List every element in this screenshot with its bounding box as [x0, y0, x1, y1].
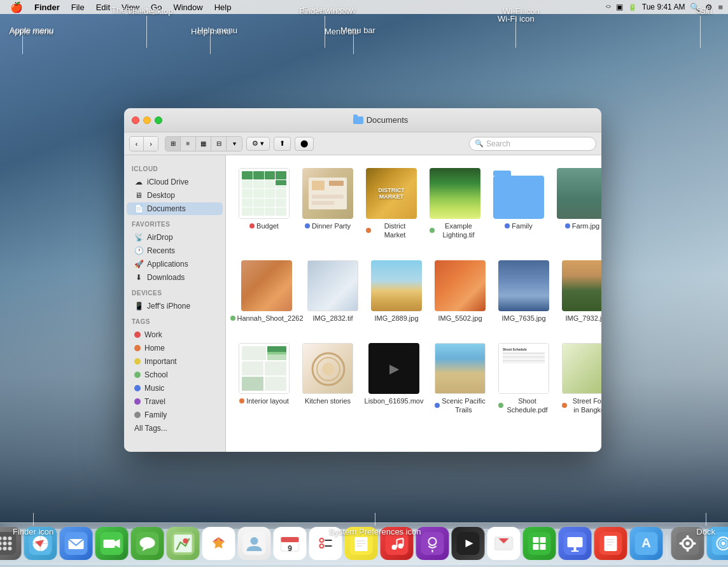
close-button[interactable]	[132, 116, 139, 124]
file-dot-district	[366, 228, 371, 233]
back-button[interactable]: ‹	[130, 137, 144, 151]
file-item-lighting[interactable]: Example Lighting.tif	[427, 165, 483, 242]
file-label-dinner: Dinner Party	[305, 221, 351, 230]
file-item-img7932[interactable]: IMG_7932.jpg	[559, 258, 601, 325]
control-center-icon[interactable]: ≡	[718, 3, 723, 12]
dock-item-keynote[interactable]	[559, 527, 592, 560]
file-item-interior[interactable]: Interior layout	[236, 340, 292, 417]
file-item-streetfood[interactable]: Street Food in Bangkok	[559, 340, 601, 417]
svg-rect-91	[693, 542, 696, 545]
forward-button[interactable]: ›	[144, 137, 158, 151]
minimize-button[interactable]	[143, 116, 151, 124]
svg-rect-71	[540, 537, 546, 543]
siri-icon[interactable]: ⚙	[705, 3, 713, 12]
file-item-img7635[interactable]: IMG_7635.jpg	[496, 258, 552, 325]
file-thumb-scenic	[435, 343, 486, 394]
list-view-button[interactable]: ≡	[181, 137, 196, 151]
spotlight-icon[interactable]: 🔍	[690, 3, 700, 12]
dock-item-maps[interactable]	[167, 527, 200, 560]
file-item-budget[interactable]: Budget	[236, 165, 292, 242]
file-item-district-market[interactable]: DISTRICT MARKET District Market	[363, 165, 419, 242]
go-menu-item[interactable]: Go	[146, 1, 167, 13]
sidebar-item-tag-school[interactable]: School	[127, 368, 223, 381]
apple-menu[interactable]: 🍎	[5, 0, 28, 15]
dock-item-appstore[interactable]: A	[630, 527, 663, 560]
icon-view-button[interactable]: ⊞	[165, 137, 181, 151]
file-item-lisbon[interactable]: Lisbon_61695.mov	[363, 340, 424, 417]
dock-item-calendar[interactable]: 9	[274, 527, 307, 560]
dock-item-photos[interactable]	[202, 527, 235, 560]
window-menu-item[interactable]: Window	[168, 1, 207, 13]
file-item-dinner-party[interactable]: Dinner Party	[300, 165, 356, 242]
file-item-schedule[interactable]: Shoot Schedule Shoot Schedule.pdf	[496, 340, 552, 417]
file-item-scenic[interactable]: Scenic Pacific Trails	[432, 340, 488, 417]
file-item-hannah[interactable]: Hannah_Shoot_2262	[236, 258, 297, 325]
dock-item-podcasts[interactable]	[416, 527, 449, 560]
dock-item-messages[interactable]	[131, 527, 164, 560]
column-view-button[interactable]: ▦	[196, 137, 211, 151]
dock-item-facetime[interactable]	[95, 527, 129, 560]
dock-item-news[interactable]	[487, 527, 521, 560]
wifi-icon[interactable]: ⌔	[606, 3, 611, 12]
sidebar-item-desktop[interactable]: 🖥 Desktop	[127, 189, 223, 202]
file-item-img2832[interactable]: IMG_2832.tif	[305, 258, 361, 325]
sidebar-item-icloud-drive[interactable]: ☁ iCloud Drive	[127, 176, 223, 188]
sidebar-item-all-tags[interactable]: All Tags...	[127, 422, 223, 435]
edit-menu-item[interactable]: Edit	[91, 1, 115, 13]
thumb-schedule-img: Shoot Schedule	[498, 343, 549, 394]
file-item-img5502[interactable]: IMG_5502.jpg	[432, 258, 488, 325]
action-button[interactable]: ⚙ ▾	[246, 137, 270, 151]
dock-item-safari[interactable]	[24, 527, 57, 560]
sidebar-item-tag-family[interactable]: Family	[127, 409, 223, 421]
tag-button[interactable]: ⬤	[295, 137, 314, 151]
dock-item-pages[interactable]	[594, 527, 627, 560]
sidebar-item-tag-work[interactable]: Work	[127, 328, 223, 341]
sidebar-item-tag-home[interactable]: Home	[127, 342, 223, 354]
dock-item-siri[interactable]	[707, 527, 729, 560]
sidebar-item-recents[interactable]: 🕐 Recents	[127, 244, 223, 257]
tag-dot-home	[134, 345, 141, 351]
sidebar-item-tag-important[interactable]: Important	[127, 355, 223, 368]
dock-item-appletv[interactable]	[452, 527, 485, 560]
share-button[interactable]: ⬆	[274, 137, 291, 151]
view-menu-item[interactable]: View	[116, 1, 144, 13]
dock-item-launchpad[interactable]	[0, 527, 22, 560]
file-item-kitchen[interactable]: Kitchen stories	[300, 340, 356, 417]
help-menu-item[interactable]: Help	[209, 1, 237, 13]
thumb-family-folder	[493, 176, 544, 219]
sidebar-item-applications[interactable]: 🚀 Applications	[127, 258, 223, 270]
dock-item-sysprefs[interactable]	[671, 527, 704, 560]
file-dot-lighting	[430, 228, 435, 233]
battery-icon: 🔋	[628, 3, 637, 11]
finder-menu-item[interactable]: Finder	[29, 1, 65, 13]
maximize-button[interactable]	[155, 116, 162, 124]
icloud-section-header: iCloud	[124, 160, 225, 175]
file-thumb-budget	[239, 168, 290, 219]
dock-item-numbers[interactable]	[523, 527, 556, 560]
dock-item-mail[interactable]	[60, 527, 93, 560]
file-menu-item[interactable]: File	[66, 1, 90, 13]
dock-item-music[interactable]	[381, 527, 414, 560]
file-thumb-img5502	[435, 260, 486, 311]
file-item-family[interactable]: Family	[491, 165, 547, 242]
file-thumb-img2889	[371, 260, 422, 311]
file-item-farm[interactable]: Farm.jpg	[554, 165, 601, 242]
dock-item-notes[interactable]	[345, 527, 378, 560]
sidebar-item-tag-travel[interactable]: Travel	[127, 395, 223, 408]
file-thumb-schedule: Shoot Schedule	[498, 343, 549, 394]
sidebar-item-tag-music[interactable]: Music	[127, 382, 223, 395]
file-label-schedule: Shoot Schedule.pdf	[498, 396, 549, 415]
file-thumb-img2832	[307, 260, 358, 311]
search-box[interactable]: 🔍 Search	[469, 137, 596, 151]
dock-item-reminders[interactable]	[309, 527, 342, 560]
sidebar-item-airdrop[interactable]: 📡 AirDrop	[127, 231, 223, 244]
sidebar-item-iphone[interactable]: 📱 Jeff's iPhone	[127, 300, 223, 312]
sidebar-item-downloads[interactable]: ⬇ Downloads	[127, 271, 223, 284]
sidebar-item-documents[interactable]: 📄 Documents	[127, 202, 223, 215]
view-options-button[interactable]: ▾	[227, 137, 242, 151]
gallery-view-button[interactable]: ⊟	[211, 137, 227, 151]
tags-section-header: Tags	[124, 313, 225, 328]
window-body: iCloud ☁ iCloud Drive 🖥 Desktop 📄 Docume…	[124, 155, 601, 452]
dock-item-contacts[interactable]	[238, 527, 271, 560]
file-item-img2889[interactable]: IMG_2889.jpg	[368, 258, 424, 325]
